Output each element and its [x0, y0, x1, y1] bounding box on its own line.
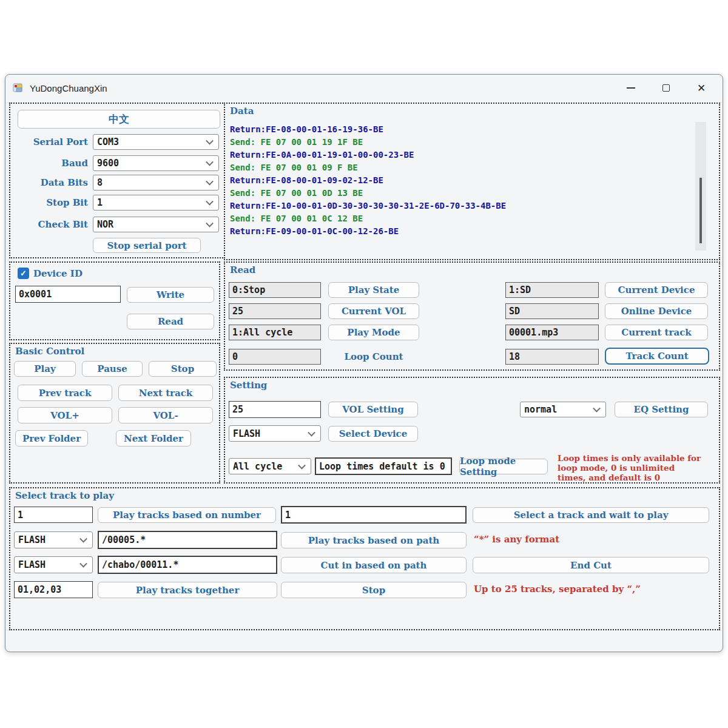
path-note: “*” is any format	[474, 534, 656, 544]
log-line: Return:FE-08-00-01-09-02-12-BE	[230, 174, 506, 187]
chevron-down-icon	[79, 560, 87, 568]
cut-device-value: FLASH	[18, 559, 46, 570]
vol-plus-button[interactable]: VOL+	[18, 407, 112, 423]
select-and-wait-button[interactable]: Select a track and wait to play	[473, 507, 709, 523]
data-panel: Data Return:FE-08-00-01-16-19-36-BE Send…	[224, 103, 720, 260]
read-panel-title: Read	[230, 265, 255, 275]
loop-mode-setting-button[interactable]: Loop mode Setting	[459, 459, 548, 474]
check-bit-label: Check Bit	[10, 219, 88, 230]
read-button[interactable]: Read	[127, 314, 214, 329]
data-log[interactable]: Return:FE-08-00-01-16-19-36-BE Send: FE …	[230, 123, 506, 238]
log-line: Return:FE-0A-00-01-19-01-00-00-23-BE	[230, 149, 506, 161]
chevron-down-icon	[308, 428, 315, 436]
end-cut-button[interactable]: End Cut	[473, 557, 709, 573]
loop-mode-select[interactable]: All cycle	[229, 458, 311, 474]
data-scrollbar[interactable]	[695, 122, 706, 251]
prev-track-button[interactable]: Prev track	[18, 385, 112, 401]
play-button[interactable]: Play	[14, 361, 76, 377]
cut-device-select[interactable]: FLASH	[14, 556, 93, 573]
path-device-select[interactable]: FLASH	[14, 531, 93, 548]
stop-bit-select[interactable]: 1	[93, 195, 219, 211]
data-panel-title: Data	[230, 106, 254, 116]
loop-note: Loop times is only available for loop mo…	[558, 453, 704, 482]
track-number-input[interactable]: 1	[14, 507, 93, 523]
chevron-down-icon	[79, 535, 87, 543]
select-device-button[interactable]: Select Device	[328, 426, 418, 442]
cut-in-button[interactable]: Cut in based on path	[281, 557, 467, 573]
online-device-button[interactable]: Online Device	[605, 303, 708, 319]
current-device-value[interactable]: 1:SD	[505, 282, 599, 298]
minimize-button[interactable]	[613, 75, 649, 101]
close-button[interactable]: ✕	[684, 75, 719, 101]
log-line: Return:FE-10-00-01-0D-30-30-30-30-31-2E-…	[230, 200, 506, 212]
minimize-icon	[627, 87, 635, 89]
chevron-down-icon	[206, 158, 214, 166]
baud-label: Baud	[10, 158, 88, 169]
current-vol-button[interactable]: Current VOL	[328, 303, 419, 319]
online-device-value[interactable]: SD	[505, 303, 599, 319]
path-device-value: FLASH	[18, 534, 46, 545]
wait-track-input[interactable]: 1	[281, 506, 467, 524]
data-bits-select[interactable]: 8	[93, 175, 219, 190]
play-by-number-button[interactable]: Play tracks based on number	[98, 507, 276, 523]
current-vol-value[interactable]: 25	[229, 303, 321, 319]
serial-port-value: COM3	[97, 136, 119, 147]
language-button[interactable]: 中文	[18, 110, 220, 129]
next-track-button[interactable]: Next track	[118, 385, 213, 401]
chevron-down-icon	[298, 461, 306, 469]
current-device-button[interactable]: Current Device	[605, 282, 708, 298]
check-bit-select[interactable]: NOR	[93, 217, 219, 232]
loop-times-input[interactable]: Loop times default is 0	[315, 457, 452, 475]
play-mode-button[interactable]: Play Mode	[328, 325, 419, 340]
vol-setting-input[interactable]: 25	[229, 401, 321, 418]
baud-value: 9600	[97, 158, 119, 169]
next-folder-button[interactable]: Next Folder	[116, 430, 191, 447]
vol-minus-button[interactable]: VOL-	[118, 407, 213, 423]
close-icon: ✕	[697, 83, 706, 93]
screenshot: YuDongChuangXin ✕ 中文 Serial Port COM3 Ba…	[0, 0, 728, 728]
device-id-input[interactable]: 0x0001	[15, 286, 121, 303]
device-select[interactable]: FLASH	[229, 425, 321, 442]
play-state-button[interactable]: Play State	[328, 282, 419, 298]
stop-together-button[interactable]: Stop	[281, 582, 467, 598]
track-count-button[interactable]: Track Count	[605, 348, 709, 365]
current-track-button[interactable]: Current track	[605, 325, 708, 340]
device-value: FLASH	[233, 428, 260, 439]
basic-control-panel: Basic Control Play Pause Stop Prev track…	[9, 343, 220, 484]
play-mode-value[interactable]: 1:All cycle	[229, 325, 321, 340]
basic-control-title: Basic Control	[15, 346, 84, 357]
play-by-path-button[interactable]: Play tracks based on path	[281, 532, 467, 548]
stop-serial-port-button[interactable]: Stop serial port	[93, 238, 201, 253]
device-id-checkbox[interactable]: ✓	[18, 268, 29, 279]
serial-port-select[interactable]: COM3	[93, 134, 219, 150]
loop-count-value[interactable]: 0	[229, 349, 321, 365]
write-button[interactable]: Write	[127, 287, 214, 303]
scrollbar-thumb[interactable]	[699, 178, 702, 243]
eq-setting-button[interactable]: EQ Setting	[615, 402, 708, 417]
chevron-down-icon	[206, 137, 214, 145]
track-count-value[interactable]: 18	[505, 349, 599, 365]
current-track-value[interactable]: 00001.mp3	[505, 325, 599, 340]
play-state-value[interactable]: 0:Stop	[229, 282, 321, 298]
log-line: Send: FE 07 00 01 09 F BE	[230, 161, 506, 174]
prev-folder-button[interactable]: Prev Folder	[15, 430, 88, 447]
pause-button[interactable]: Pause	[82, 361, 143, 377]
chevron-down-icon	[206, 198, 214, 206]
path-input[interactable]: /00005.*	[98, 531, 277, 549]
stop-button[interactable]: Stop	[149, 361, 217, 377]
cut-path-input[interactable]: /chabo/00011.*	[98, 556, 277, 574]
log-line: Send: FE 07 00 01 0D 13 BE	[230, 187, 506, 200]
maximize-button[interactable]	[649, 75, 684, 101]
play-together-button[interactable]: Play tracks together	[98, 582, 277, 598]
track-panel-title: Select track to play	[15, 490, 114, 501]
eq-select[interactable]: normal	[520, 402, 606, 417]
title-bar[interactable]: YuDongChuangXin ✕	[5, 75, 723, 101]
baud-select[interactable]: 9600	[93, 155, 219, 171]
loop-mode-value: All cycle	[233, 461, 282, 472]
app-window: YuDongChuangXin ✕ 中文 Serial Port COM3 Ba…	[5, 74, 723, 652]
maximize-icon	[662, 84, 670, 92]
vol-setting-button[interactable]: VOL Setting	[328, 402, 418, 417]
data-bits-value: 8	[97, 177, 103, 188]
serial-panel: 中文 Serial Port COM3 Baud 9600 Data Bits …	[9, 103, 225, 258]
tracks-together-input[interactable]: 01,02,03	[14, 581, 93, 598]
